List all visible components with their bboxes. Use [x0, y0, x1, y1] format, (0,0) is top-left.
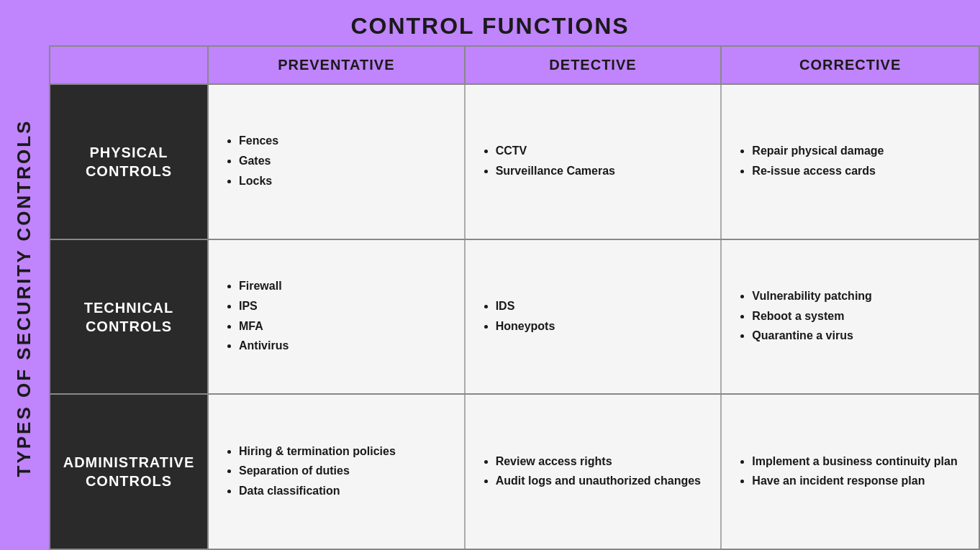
row-label-technical: TECHNICALCONTROLS [50, 240, 209, 394]
administrative-preventative-list: Hiring & termination policies Separation… [223, 442, 396, 502]
administrative-preventative-cell: Hiring & termination policies Separation… [209, 395, 466, 549]
technical-corrective-list: Vulnerability patching Reboot a system Q… [736, 287, 872, 347]
physical-detective-cell: CCTV Surveillance Cameras [466, 85, 722, 239]
physical-corrective-list: Repair physical damage Re-issue access c… [736, 142, 884, 181]
technical-preventative-cell: Firewall IPS MFA Antivirus [209, 240, 466, 394]
list-item: Antivirus [239, 336, 289, 355]
technical-corrective-cell: Vulnerability patching Reboot a system Q… [722, 240, 979, 394]
row-label-physical: PHYSICALCONTROLS [50, 85, 209, 239]
administrative-detective-cell: Review access rights Audit logs and unau… [466, 395, 722, 549]
table-row: ADMINISTRATIVECONTROLS Hiring & terminat… [50, 393, 979, 549]
physical-preventative-list: Fences Gates Locks [223, 132, 278, 191]
list-item: Review access rights [496, 452, 701, 471]
list-item: CCTV [496, 142, 615, 160]
list-item: Vulnerability patching [752, 287, 872, 306]
header-preventative: PREVENTATIVE [209, 47, 466, 83]
physical-preventative-cell: Fences Gates Locks [209, 85, 466, 239]
table-header-row: PREVENTATIVE DETECTIVE CORRECTIVE [50, 47, 979, 83]
table-body: PHYSICALCONTROLS Fences Gates Locks CCTV… [50, 83, 979, 549]
vertical-label-wrapper: TYPES OF SECURITY CONTROLS [0, 45, 49, 550]
physical-detective-list: CCTV Surveillance Cameras [480, 142, 615, 181]
row-label-administrative-text: ADMINISTRATIVECONTROLS [63, 453, 195, 490]
list-item: Quarantine a virus [752, 326, 872, 345]
list-item: Reboot a system [752, 307, 872, 326]
list-item: Locks [239, 172, 278, 191]
list-item: Data classification [239, 482, 396, 500]
main-table: PREVENTATIVE DETECTIVE CORRECTIVE PHYSIC… [49, 45, 980, 550]
table-row: TECHNICALCONTROLS Firewall IPS MFA Antiv… [50, 239, 979, 394]
list-item: Fences [239, 132, 278, 150]
technical-detective-cell: IDS Honeypots [466, 240, 722, 394]
list-item: Re-issue access cards [752, 162, 884, 180]
table-row: PHYSICALCONTROLS Fences Gates Locks CCTV… [50, 83, 979, 239]
main-title: CONTROL FUNCTIONS [0, 0, 980, 45]
list-item: Repair physical damage [752, 142, 884, 160]
list-item: IPS [239, 297, 289, 316]
administrative-corrective-list: Implement a business continuity plan Hav… [736, 452, 957, 492]
technical-preventative-list: Firewall IPS MFA Antivirus [223, 277, 289, 356]
list-item: MFA [239, 317, 289, 336]
physical-corrective-cell: Repair physical damage Re-issue access c… [722, 85, 979, 239]
list-item: Implement a business continuity plan [752, 452, 957, 471]
vertical-label: TYPES OF SECURITY CONTROLS [14, 119, 36, 477]
list-item: Have an incident response plan [752, 472, 957, 490]
technical-detective-list: IDS Honeypots [480, 297, 555, 336]
list-item: Audit logs and unauthorized changes [496, 472, 701, 490]
header-detective: DETECTIVE [466, 47, 722, 83]
list-item: Gates [239, 152, 278, 170]
row-label-technical-text: TECHNICALCONTROLS [84, 298, 174, 336]
list-item: IDS [496, 297, 555, 316]
list-item: Hiring & termination policies [239, 442, 396, 461]
list-item: Separation of duties [239, 462, 396, 480]
header-empty [50, 47, 209, 83]
list-item: Surveillance Cameras [496, 162, 615, 180]
row-label-administrative: ADMINISTRATIVECONTROLS [50, 395, 209, 549]
header-corrective: CORRECTIVE [722, 47, 979, 83]
list-item: Firewall [239, 277, 289, 295]
row-label-physical-text: PHYSICALCONTROLS [86, 143, 172, 180]
administrative-corrective-cell: Implement a business continuity plan Hav… [722, 395, 979, 549]
administrative-detective-list: Review access rights Audit logs and unau… [480, 452, 701, 492]
list-item: Honeypots [496, 317, 555, 336]
